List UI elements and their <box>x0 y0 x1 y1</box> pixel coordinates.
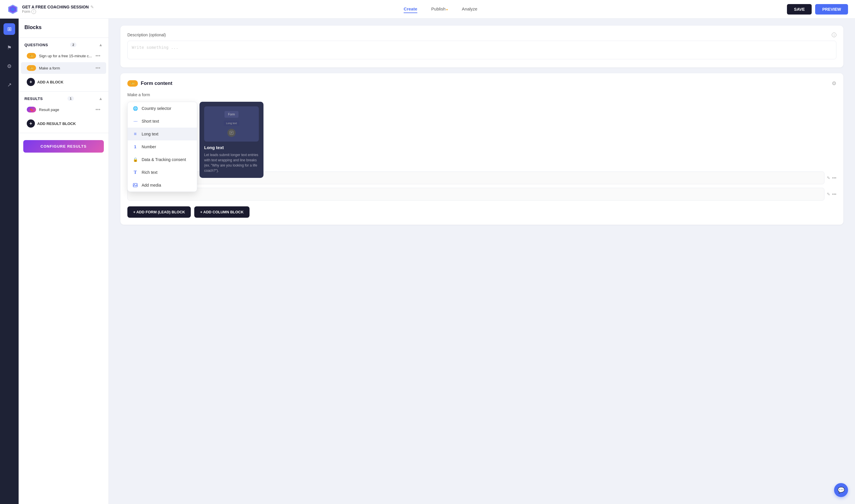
tab-create[interactable]: Create <box>404 5 417 13</box>
rich-text-label: Rich text <box>142 170 157 175</box>
preview-button[interactable]: PREVIEW <box>815 4 848 15</box>
sidebar-icon-flag[interactable]: ⚑ <box>3 42 15 53</box>
country-label: Country selector <box>142 106 171 111</box>
save-button[interactable]: SAVE <box>787 4 812 15</box>
long-text-icon: ≡ <box>132 131 138 137</box>
sidebar-icon-share[interactable]: ↗ <box>3 79 15 91</box>
nav-tabs: Create Publish● Analyze <box>404 5 477 13</box>
long-text-tooltip: Form Long text <box>199 102 263 178</box>
tab-publish[interactable]: Publish● <box>431 5 448 13</box>
add-result-block-button[interactable]: + ADD RESULT BLOCK <box>21 116 106 130</box>
chat-bubble[interactable]: 💬 <box>834 483 848 497</box>
nav-right: SAVE PREVIEW <box>787 4 848 15</box>
rich-text-icon: T <box>132 169 138 175</box>
dropdown-item-data-tracking[interactable]: 🔒 Data & Tracking consent <box>128 153 197 166</box>
make-form-label: Make a form <box>127 92 836 97</box>
tooltip-preview-text-label: Long text <box>224 121 239 126</box>
sidebar-icon-gear[interactable]: ⚙ <box>3 60 15 72</box>
short-text-label: Short text <box>142 119 159 124</box>
form-block-edit-2[interactable]: ✎ <box>827 192 830 197</box>
edit-title-icon[interactable]: ✎ <box>90 5 94 9</box>
form-block-menu-2[interactable]: ••• <box>832 192 836 197</box>
add-result-block-label: ADD RESULT BLOCK <box>37 122 76 126</box>
country-icon: 🌐 <box>132 106 138 111</box>
tab-analyze[interactable]: Analyze <box>462 5 477 13</box>
top-navigation: GET A FREE COACHING SESSION ✎ Form i Cre… <box>0 0 855 19</box>
divider-2 <box>19 91 108 92</box>
blocks-title: Blocks <box>19 24 108 35</box>
number-label: Number <box>142 144 156 149</box>
dropdown-item-long-text[interactable]: ≡ Long text <box>128 128 197 140</box>
main-content: Description (optional) i 🎫 Form content … <box>109 19 855 504</box>
results-label: Results <box>24 96 43 101</box>
app-title: GET A FREE COACHING SESSION <box>22 5 89 9</box>
add-block-label: ADD A BLOCK <box>37 80 64 84</box>
results-badge: 1 <box>68 96 74 101</box>
publish-dot: ● <box>446 8 448 11</box>
form-block-actions-1: ✎ ••• <box>827 176 836 180</box>
block-item-r1[interactable]: 🔖 Result page ••• <box>21 104 106 115</box>
block-icon-q2: 🎫 <box>27 65 36 71</box>
description-header: Description (optional) i <box>127 33 836 37</box>
form-footer: + ADD FORM (LEAD) BLOCK + ADD COLUMN BLO… <box>127 206 836 218</box>
add-column-block-button[interactable]: + ADD COLUMN BLOCK <box>194 206 249 218</box>
block-menu-q2[interactable]: ••• <box>95 66 100 71</box>
description-info-icon[interactable]: i <box>832 33 836 37</box>
description-card: Description (optional) i <box>120 25 843 68</box>
results-section-header[interactable]: Results 1 ▲ <box>19 94 108 103</box>
questions-badge: 2 <box>70 42 76 47</box>
short-text-icon: ── <box>132 118 138 124</box>
form-block-input-2[interactable] <box>127 188 824 201</box>
nav-left: GET A FREE COACHING SESSION ✎ Form i <box>7 3 94 15</box>
block-menu-r1[interactable]: ••• <box>95 107 100 112</box>
block-item-q1[interactable]: 🎫 Sign up for a free 15-minute c... ••• <box>21 50 106 61</box>
configure-results-button[interactable]: CONFIGURE RESULTS <box>23 140 104 152</box>
dropdown-item-short-text[interactable]: ── Short text <box>128 115 197 128</box>
block-icon-q1: 🎫 <box>27 53 36 59</box>
questions-section-header[interactable]: Questions 2 ▲ <box>19 40 108 49</box>
add-media-icon <box>132 182 138 188</box>
form-block-menu-1[interactable]: ••• <box>832 176 836 180</box>
logo-icon <box>7 3 19 15</box>
dropdown-item-country[interactable]: 🌐 Country selector <box>128 102 197 115</box>
block-text-r1: Result page <box>39 108 92 112</box>
form-gear-icon[interactable]: ⚙ <box>832 80 836 87</box>
form-block-actions-2: ✎ ••• <box>827 192 836 197</box>
number-icon: 1 <box>132 144 138 150</box>
add-block-icon: + <box>27 78 35 86</box>
long-text-label: Long text <box>142 132 158 136</box>
block-item-q2[interactable]: 🎫 Make a form ••• <box>21 62 106 74</box>
app-subtitle: Form i <box>22 9 94 14</box>
form-block-edit-1[interactable]: ✎ <box>827 176 830 180</box>
questions-chevron: ▲ <box>99 42 103 47</box>
data-tracking-icon: 🔒 <box>132 157 138 162</box>
sidebar-icon-grid[interactable]: ⊞ <box>3 23 15 35</box>
info-icon[interactable]: i <box>31 9 36 14</box>
form-content-icon: 🎫 <box>127 80 138 87</box>
description-input[interactable] <box>127 41 836 59</box>
data-tracking-label: Data & Tracking consent <box>142 157 186 162</box>
dropdown-item-rich-text[interactable]: T Rich text <box>128 166 197 179</box>
tooltip-preview: Form Long text <box>204 106 259 142</box>
add-block-button[interactable]: + ADD A BLOCK <box>21 75 106 89</box>
add-form-lead-block-button[interactable]: + ADD FORM (LEAD) BLOCK <box>127 206 191 218</box>
block-text-q1: Sign up for a free 15-minute c... <box>39 54 92 58</box>
dropdown-item-add-media[interactable]: Add media <box>128 179 197 192</box>
block-icon-r1: 🔖 <box>27 107 36 112</box>
add-media-label: Add media <box>142 183 161 187</box>
form-content-title: Form content <box>141 80 829 86</box>
results-chevron: ▲ <box>99 96 103 101</box>
block-menu-q1[interactable]: ••• <box>95 53 100 58</box>
tooltip-preview-form-label: Form <box>225 111 238 118</box>
add-result-block-icon: + <box>27 120 35 128</box>
block-text-q2: Make a form <box>39 66 92 70</box>
dropdown-menu: 🌐 Country selector ── Short text ≡ Long … <box>127 102 197 192</box>
blocks-panel: Blocks Questions 2 ▲ 🎫 Sign up for a fre… <box>19 19 109 504</box>
dropdown-item-number[interactable]: 1 Number <box>128 140 197 153</box>
form-content-card: 🎫 Form content ⚙ Make a form 🌐 Country s… <box>120 73 843 225</box>
icon-sidebar: ⊞ ⚑ ⚙ ↗ <box>0 19 19 504</box>
main-layout: ⊞ ⚑ ⚙ ↗ Blocks Questions 2 ▲ 🎫 Sign up f… <box>0 19 855 504</box>
description-label: Description (optional) <box>127 33 166 37</box>
form-content-header: 🎫 Form content ⚙ <box>127 80 836 87</box>
app-info: GET A FREE COACHING SESSION ✎ Form i <box>22 5 94 14</box>
